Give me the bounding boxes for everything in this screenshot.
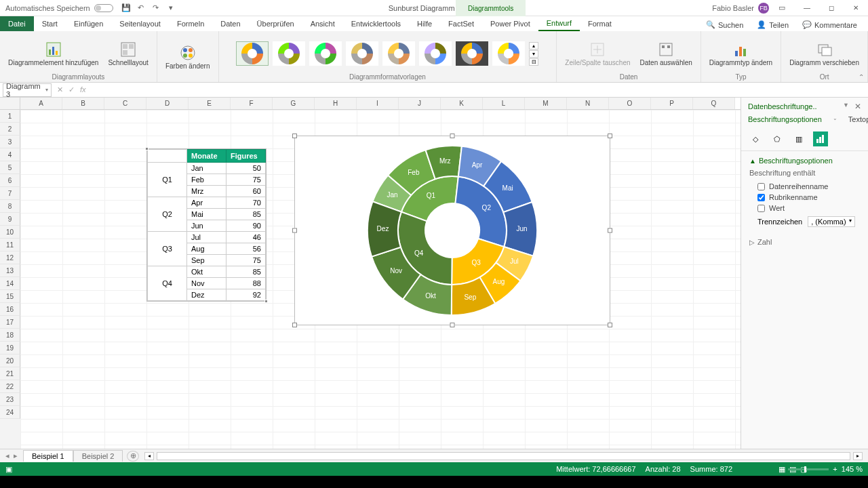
label-options-icon[interactable] — [813, 131, 828, 146]
row-header[interactable]: 13 — [0, 264, 20, 277]
resize-handle[interactable] — [608, 323, 612, 327]
column-header[interactable]: C — [104, 98, 146, 109]
share-button[interactable]: 👤 Teilen — [751, 18, 794, 31]
fx-icon[interactable]: fx — [80, 85, 86, 94]
tab-factset[interactable]: FactSet — [440, 16, 482, 31]
row-header[interactable]: 23 — [0, 393, 20, 406]
resize-handle[interactable] — [608, 228, 612, 233]
enter-formula-icon[interactable]: ✓ — [68, 85, 75, 94]
row-header[interactable]: 12 — [0, 251, 20, 264]
change-colors-button[interactable]: Farben ändern — [163, 43, 213, 71]
scroll-left-icon[interactable]: ◂ — [144, 452, 154, 460]
tab-einfügen[interactable]: Einfügen — [66, 16, 111, 31]
resize-handle[interactable] — [292, 228, 297, 233]
label-options-section[interactable]: ▲ Beschriftungsoptionen — [749, 157, 860, 165]
number-section[interactable]: ▷ Zahl — [749, 238, 860, 246]
row-header[interactable]: 1 — [0, 110, 20, 123]
gallery-up-icon[interactable]: ▴ — [529, 42, 538, 49]
row-header[interactable]: 4 — [0, 148, 20, 161]
chart-style-3[interactable] — [309, 41, 342, 66]
user-account[interactable]: Fabio Basler FB — [712, 3, 769, 14]
column-header[interactable]: O — [609, 98, 651, 109]
name-box[interactable]: Diagramm 3▾ — [3, 83, 52, 97]
column-header[interactable]: K — [441, 98, 483, 109]
column-header[interactable]: E — [189, 98, 231, 109]
row-header[interactable]: 20 — [0, 354, 20, 367]
column-header[interactable]: B — [62, 98, 104, 109]
qat-more-icon[interactable]: ▾ — [166, 3, 176, 13]
tab-start[interactable]: Start — [34, 16, 66, 31]
resize-handle[interactable] — [292, 323, 297, 327]
column-header[interactable]: P — [651, 98, 693, 109]
separator-select[interactable]: , (Komma) ▾ — [808, 216, 855, 227]
chart-style-5[interactable] — [382, 41, 415, 66]
redo-icon[interactable]: ↷ — [151, 3, 161, 13]
row-header[interactable]: 8 — [0, 200, 20, 213]
column-header[interactable]: Q — [693, 98, 735, 109]
resize-handle[interactable] — [608, 134, 612, 138]
resize-handle[interactable] — [292, 134, 297, 138]
row-header[interactable]: 10 — [0, 226, 20, 239]
quick-layout-button[interactable]: Schnelllayout — [105, 40, 151, 68]
tab-entwicklertools[interactable]: Entwicklertools — [343, 16, 409, 31]
horizontal-scrollbar[interactable] — [157, 452, 850, 460]
tab-entwurf[interactable]: Entwurf — [538, 16, 580, 31]
tab-seitenlayout[interactable]: Seitenlayout — [111, 16, 169, 31]
ribbon-display-icon[interactable]: ▭ — [777, 3, 787, 13]
resize-handle[interactable] — [450, 134, 455, 138]
gallery-down-icon[interactable]: ▾ — [529, 50, 538, 58]
tab-power pivot[interactable]: Power Pivot — [482, 16, 538, 31]
category-name-checkbox[interactable]: Rubrikenname — [749, 192, 860, 203]
gallery-more-icon[interactable]: ⊟ — [529, 58, 538, 66]
minimize-button[interactable]: — — [795, 0, 819, 16]
sheet-tab[interactable]: Beispiel 2 — [73, 450, 123, 462]
fill-line-icon[interactable]: ◇ — [748, 131, 763, 146]
zoom-slider[interactable] — [788, 468, 829, 470]
chart-style-7[interactable] — [456, 41, 488, 66]
column-header[interactable]: L — [483, 98, 525, 109]
text-options-tab[interactable]: Textoptionen — [848, 115, 868, 123]
tab-ansicht[interactable]: Ansicht — [302, 16, 343, 31]
sheet-tab-active[interactable]: Beispiel 1 — [23, 450, 73, 462]
chart-style-6[interactable] — [419, 41, 452, 66]
row-header[interactable]: 21 — [0, 367, 20, 380]
chart-style-1[interactable] — [236, 41, 269, 66]
sheet-nav-next-icon[interactable]: ▸ — [14, 451, 18, 460]
cells-area[interactable]: MonateFiguresQ1Jan50Feb75Mrz60Q2Apr70Mai… — [20, 110, 741, 449]
row-header[interactable]: 9 — [0, 213, 20, 226]
row-header[interactable]: 6 — [0, 174, 20, 187]
row-header[interactable]: 7 — [0, 187, 20, 200]
label-options-tab[interactable]: Beschriftungsoptionen — [748, 115, 822, 123]
tab-formeln[interactable]: Formeln — [169, 16, 212, 31]
resize-handle[interactable] — [450, 323, 455, 327]
maximize-button[interactable]: ◻ — [819, 0, 844, 16]
zoom-level[interactable]: 145 % — [842, 465, 863, 473]
row-header[interactable]: 11 — [0, 239, 20, 251]
row-header[interactable]: 18 — [0, 329, 20, 342]
series-name-checkbox[interactable]: Datenreihenname — [749, 181, 860, 192]
effects-icon[interactable]: ⬠ — [770, 131, 785, 146]
chart-object[interactable]: Q1JanFebMrzQ2AprMaiJunQ3JulAugSepQ4OktNo… — [294, 136, 610, 325]
row-header[interactable]: 16 — [0, 303, 20, 316]
comments-button[interactable]: 💬 Kommentare — [797, 18, 863, 31]
move-chart-button[interactable]: Diagramm verschieben — [787, 40, 862, 68]
row-header[interactable]: 17 — [0, 316, 20, 329]
tab-daten[interactable]: Daten — [212, 16, 248, 31]
column-header[interactable]: M — [525, 98, 567, 109]
row-header[interactable]: 22 — [0, 380, 20, 393]
row-header[interactable]: 3 — [0, 136, 20, 148]
select-all-corner[interactable] — [0, 98, 20, 109]
save-icon[interactable]: 💾 — [121, 3, 131, 13]
close-pane-icon[interactable]: ✕ — [854, 102, 861, 111]
row-header[interactable]: 15 — [0, 290, 20, 303]
column-header[interactable]: H — [315, 98, 357, 109]
size-properties-icon[interactable]: ▥ — [791, 131, 806, 146]
column-header[interactable]: G — [273, 98, 315, 109]
switch-row-column-button[interactable]: Zeile/Spalte tauschen — [562, 40, 633, 68]
chart-style-8[interactable] — [492, 41, 525, 66]
column-header[interactable]: D — [146, 98, 189, 109]
add-chart-element-button[interactable]: Diagrammelement hinzufügen — [5, 40, 101, 68]
chart-style-4[interactable] — [346, 41, 378, 66]
close-button[interactable]: ✕ — [844, 0, 868, 16]
tell-me-search[interactable]: 🔍 Suchen — [701, 18, 749, 31]
